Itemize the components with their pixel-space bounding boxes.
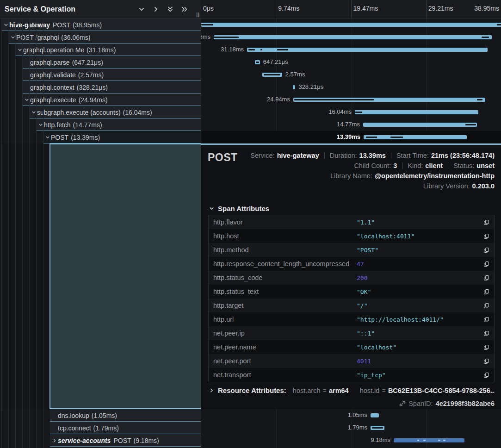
span-tree-row[interactable]: service-accountsPOST(9.18ms) bbox=[0, 434, 201, 447]
span-bar[interactable] bbox=[293, 85, 295, 89]
attribute-value: "POST" bbox=[357, 247, 481, 254]
critical-path-mark bbox=[417, 440, 420, 441]
copy-icon[interactable] bbox=[481, 261, 489, 267]
copy-icon[interactable] bbox=[481, 372, 489, 378]
chevron-right-icon[interactable] bbox=[208, 388, 215, 393]
bar-duration-label: 24.94ms bbox=[267, 96, 290, 103]
span-bar[interactable] bbox=[262, 73, 282, 77]
copy-icon[interactable] bbox=[481, 219, 489, 225]
span-bar-row[interactable]: 24.94ms bbox=[201, 93, 501, 106]
chevron-right-icon[interactable] bbox=[153, 6, 159, 12]
span-tree-row[interactable]: tcp.connect(1.79ms) bbox=[0, 422, 201, 434]
column-splitter-handle[interactable]: || bbox=[196, 12, 200, 17]
critical-path-mark bbox=[438, 440, 440, 441]
span-tree-row[interactable]: graphql.parse(647.21μs) bbox=[0, 56, 201, 68]
span-tree-row[interactable]: http.fetch(14.77ms) bbox=[0, 118, 201, 131]
span-bar[interactable] bbox=[214, 35, 492, 39]
chevron-down-icon[interactable] bbox=[44, 135, 51, 140]
meta-label: Status: bbox=[453, 161, 474, 171]
copy-icon[interactable] bbox=[481, 247, 489, 253]
attribute-value: "ip_tcp" bbox=[357, 372, 481, 379]
operation-name: POST bbox=[53, 19, 70, 31]
span-bar[interactable] bbox=[293, 98, 486, 102]
chevron-down-icon[interactable] bbox=[37, 123, 44, 127]
copy-icon[interactable] bbox=[481, 358, 489, 364]
span-id-row: SpanID: 4e21998f3b82abe6 bbox=[399, 400, 495, 407]
copy-icon[interactable] bbox=[481, 233, 489, 239]
span-bar-row[interactable]: 1.05ms bbox=[201, 409, 501, 422]
span-bar-row[interactable]: 14.77ms bbox=[201, 118, 501, 131]
chevron-down-icon[interactable] bbox=[17, 48, 23, 52]
span-bar-row[interactable]: 328.21μs bbox=[201, 81, 501, 93]
span-bar[interactable] bbox=[371, 413, 378, 417]
span-bar[interactable] bbox=[371, 426, 384, 430]
operation-name: graphql.parse bbox=[30, 56, 70, 68]
row-content: POST(13.39ms) bbox=[0, 131, 201, 143]
chevron-down-icon[interactable] bbox=[24, 98, 30, 102]
meta-value: 13.39ms bbox=[359, 150, 386, 161]
span-tree-row[interactable]: hive-gatewayPOST(38.95ms) bbox=[0, 19, 201, 31]
span-bar-row[interactable]: 647.21μs bbox=[201, 56, 501, 68]
service-name: hive-gateway bbox=[9, 19, 50, 31]
double-chevron-right-icon[interactable] bbox=[181, 6, 188, 12]
meta-divider bbox=[324, 152, 325, 159]
span-tree-row[interactable]: graphql.execute(24.94ms) bbox=[0, 93, 201, 106]
chevron-down-icon[interactable] bbox=[138, 6, 145, 12]
span-bar-row[interactable]: 2.57ms bbox=[201, 68, 501, 81]
span-bar[interactable] bbox=[355, 110, 478, 114]
span-bar-row[interactable]: 36.06ms bbox=[201, 31, 501, 44]
attribute-row: http.host"localhost:4011" bbox=[209, 229, 494, 243]
resource-attributes-title[interactable]: Resource Attributes: bbox=[218, 386, 286, 394]
copy-icon[interactable] bbox=[481, 344, 489, 350]
bar-duration-label: 31.18ms bbox=[221, 46, 244, 53]
attribute-value: "localhost:4011" bbox=[357, 233, 481, 240]
attribute-key: http.response_content_length_uncompresse… bbox=[213, 260, 357, 268]
attribute-row: net.peer.port4011 bbox=[209, 354, 494, 368]
critical-path-mark bbox=[260, 49, 262, 50]
span-duration: (36.06ms) bbox=[61, 31, 90, 44]
chevron-right-icon[interactable] bbox=[51, 438, 58, 443]
span-bar[interactable] bbox=[364, 135, 467, 139]
copy-icon[interactable] bbox=[481, 317, 489, 323]
span-tree-row[interactable]: graphql.context(328.21μs) bbox=[0, 81, 201, 93]
span-tree-row[interactable]: graphql.validate(2.57ms) bbox=[0, 68, 201, 81]
selected-span-detail-spacer[interactable] bbox=[49, 143, 201, 409]
ruler-tick-label: 9.74ms bbox=[278, 5, 299, 12]
span-attributes-header[interactable]: Span Attributes bbox=[208, 205, 269, 212]
span-tree-row[interactable]: subgraph.execute (accounts)(16.04ms) bbox=[0, 106, 201, 118]
copy-icon[interactable] bbox=[481, 303, 489, 309]
span-tree-row[interactable]: graphql.operation Me(31.18ms) bbox=[0, 44, 201, 56]
link-icon[interactable] bbox=[399, 400, 406, 407]
timeline-ruler[interactable]: 0μs9.74ms19.47ms29.21ms38.95ms bbox=[201, 0, 501, 19]
span-bar[interactable] bbox=[363, 123, 477, 127]
span-bar-row[interactable]: 31.18ms bbox=[201, 44, 501, 56]
span-bar-row[interactable]: 13.39ms bbox=[201, 131, 501, 143]
span-tree-row[interactable]: POST(13.39ms) bbox=[0, 131, 201, 143]
span-bar[interactable] bbox=[255, 60, 260, 64]
span-duration: (2.57ms) bbox=[78, 69, 104, 81]
chevron-down-icon[interactable] bbox=[31, 110, 37, 115]
span-tree-row[interactable]: POST /graphql(36.06ms) bbox=[0, 31, 201, 44]
copy-icon[interactable] bbox=[481, 275, 489, 281]
span-bar-row[interactable]: 9.18ms bbox=[201, 434, 501, 447]
bar-duration-label: 647.21μs bbox=[263, 58, 288, 65]
chevron-down-icon[interactable] bbox=[10, 35, 16, 40]
attribute-row: http.status_text"OK" bbox=[209, 285, 494, 299]
copy-icon[interactable] bbox=[481, 330, 489, 336]
attribute-row: http.target"/" bbox=[209, 299, 494, 312]
double-chevron-down-icon[interactable] bbox=[167, 6, 173, 12]
span-bar-row[interactable]: 38.95ms bbox=[201, 19, 501, 31]
span-bar-row[interactable]: 1.79ms bbox=[201, 422, 501, 434]
span-bar[interactable] bbox=[394, 438, 464, 442]
span-bar-row[interactable]: 16.04ms bbox=[201, 106, 501, 118]
operation-name: POST bbox=[51, 131, 68, 143]
meta-value: unset bbox=[476, 161, 495, 171]
service-operation-header: Service & Operation || bbox=[0, 0, 201, 19]
span-tree-row[interactable]: dns.lookup(1.05ms) bbox=[0, 409, 201, 422]
chevron-down-icon[interactable] bbox=[3, 23, 9, 27]
span-bar[interactable] bbox=[247, 48, 488, 52]
span-bar[interactable] bbox=[201, 23, 501, 27]
attribute-value: "localhost" bbox=[357, 344, 481, 351]
copy-icon[interactable] bbox=[481, 289, 489, 295]
row-content: POST /graphql(36.06ms) bbox=[0, 31, 201, 44]
